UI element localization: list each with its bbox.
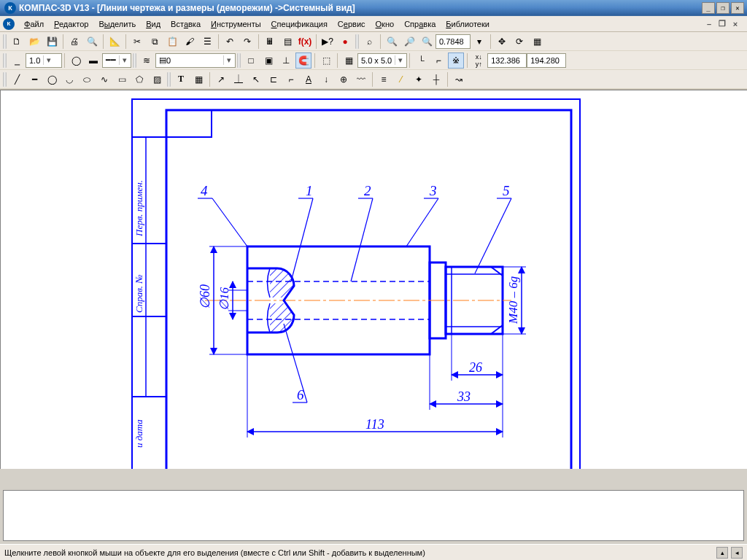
round-icon[interactable]: ※ [448, 52, 464, 69]
menu-libs[interactable]: Библиотеки [441, 18, 495, 31]
osnap-perp-icon[interactable]: ⊥ [278, 52, 294, 69]
break-icon[interactable]: ∕ [393, 71, 409, 88]
osnap-mid-icon[interactable]: ▣ [260, 52, 276, 69]
dropdown-icon[interactable]: ▾ [471, 34, 487, 50]
layer-combo[interactable]: ▤ 0▾ [155, 53, 236, 68]
osnap-end-icon[interactable]: □ [243, 52, 259, 69]
help-arrow-icon[interactable]: ▶? [320, 34, 336, 50]
coord-y-readout[interactable]: 194.280 [527, 53, 566, 68]
undo-icon[interactable]: ↶ [222, 34, 238, 50]
center2-icon[interactable]: ✦ [411, 71, 427, 88]
redo-icon[interactable]: ↷ [239, 34, 255, 50]
drawing-canvas[interactable]: Перв. примен. Справ. № и дата ∅60 ∅16 M4… [0, 90, 747, 469]
menu-view[interactable]: Вид [141, 18, 166, 31]
menu-help[interactable]: Справка [399, 18, 441, 31]
menu-insert[interactable]: Вставка [166, 18, 206, 31]
line-icon[interactable]: ━ [26, 71, 42, 88]
wave-icon[interactable]: 〰 [353, 71, 369, 88]
tree-icon[interactable]: ▤ [279, 34, 295, 50]
text-icon[interactable]: T [173, 71, 189, 88]
calc-icon[interactable]: 🖩 [262, 34, 278, 50]
save-icon[interactable]: 💾 [44, 34, 60, 50]
cut-icon[interactable]: ✂ [129, 34, 145, 50]
minimize-button[interactable]: _ [702, 2, 715, 14]
scroll-end-button[interactable]: ◂ [731, 547, 743, 559]
zoom-out-icon[interactable]: 🔍 [419, 34, 435, 50]
menu-spec[interactable]: Спецификация [266, 18, 333, 31]
toolbar-grip[interactable] [355, 34, 359, 49]
osnap-magnet-icon[interactable]: 🧲 [295, 52, 311, 69]
centerline-icon[interactable]: ┼ [428, 71, 444, 88]
ortho2-icon[interactable]: ⌐ [430, 52, 446, 69]
grid-icon[interactable]: ▦ [341, 52, 357, 69]
zoom-in-icon[interactable]: 🔎 [401, 34, 417, 50]
mdi-close-button[interactable]: × [729, 19, 741, 29]
leader-icon[interactable]: ↗ [213, 71, 229, 88]
circle-icon[interactable]: ◯ [44, 71, 60, 88]
linewidth-icon[interactable]: ⎯ [9, 52, 25, 69]
redraw-icon[interactable]: ▦ [529, 34, 545, 50]
side-label-2: Справ. № [133, 274, 144, 313]
mdi-minimize-button[interactable]: – [703, 19, 715, 29]
tolerance-icon[interactable]: A [301, 71, 317, 88]
coord-x-readout[interactable]: 132.386 [487, 53, 527, 68]
datum-icon[interactable]: ⏊ [231, 71, 247, 88]
close-button[interactable]: ✕ [731, 2, 744, 14]
spline-icon[interactable]: ∿ [96, 71, 112, 88]
xy-icon[interactable]: x↓y↑ [471, 52, 487, 69]
layer-color-icon[interactable]: ◯ [68, 52, 84, 69]
table-icon[interactable]: ▦ [190, 71, 206, 88]
open-icon[interactable]: 📂 [26, 34, 42, 50]
layers-icon[interactable]: ≋ [139, 52, 155, 69]
new-icon[interactable]: 🗋 [9, 34, 25, 50]
var-icon[interactable]: f(x) [297, 34, 313, 50]
datum2-icon[interactable]: ↓ [318, 71, 334, 88]
polygon-icon[interactable]: ⬠ [131, 71, 147, 88]
arc-icon[interactable]: ◡ [61, 71, 77, 88]
mdi-restore-button[interactable]: ❐ [716, 19, 728, 29]
toolbar-grip[interactable] [3, 72, 7, 87]
align-icon[interactable]: ≡ [376, 71, 392, 88]
ucs-icon[interactable]: └ [413, 52, 429, 69]
restore-button[interactable]: ❐ [716, 2, 729, 14]
stop-icon[interactable]: ● [337, 34, 353, 50]
paste-icon[interactable]: 📋 [164, 34, 180, 50]
menu-window[interactable]: Окно [371, 18, 400, 31]
toolbar-grip[interactable] [3, 34, 7, 49]
regen-icon[interactable]: ⟳ [511, 34, 527, 50]
brush-icon[interactable]: 🖌 [182, 34, 198, 50]
zoom-readout[interactable]: 0.7848 [436, 34, 471, 49]
toolbar-grip[interactable] [167, 72, 171, 87]
ortho-icon[interactable]: ⬚ [318, 52, 334, 69]
print-icon[interactable]: 🖨 [66, 34, 82, 50]
lineweight-combo[interactable]: 1.0▾ [26, 53, 62, 68]
grid-combo[interactable]: 5.0 x 5.0▾ [357, 53, 407, 68]
toolbar-grip[interactable] [3, 53, 7, 68]
zoom-window-icon[interactable]: 🔍 [384, 34, 400, 50]
surface-icon[interactable]: ⊏ [266, 71, 282, 88]
toolbar-grip[interactable] [237, 53, 241, 68]
menu-tools[interactable]: Инструменты [206, 18, 266, 31]
menu-service[interactable]: Сервис [333, 18, 371, 31]
center-icon[interactable]: ⊕ [336, 71, 352, 88]
welding-icon[interactable]: ↖ [248, 71, 264, 88]
linetype-icon[interactable]: ▬ [85, 52, 101, 69]
edge-icon[interactable]: ⌐ [283, 71, 299, 88]
toolbar-grip[interactable] [133, 53, 136, 68]
hatch-icon[interactable]: ▨ [149, 71, 165, 88]
menu-editor[interactable]: Редактор [49, 18, 93, 31]
props-icon[interactable]: ☰ [199, 34, 215, 50]
menu-file[interactable]: Файл [19, 18, 49, 31]
arrow-icon[interactable]: ↝ [451, 71, 467, 88]
zoom-fit-icon[interactable]: ⌕ [361, 34, 377, 50]
preview-icon[interactable]: 🔍 [84, 34, 100, 50]
rect-icon[interactable]: ▭ [114, 71, 130, 88]
ellipse-icon[interactable]: ⬭ [79, 71, 95, 88]
linetype-combo[interactable]: ━━▾ [102, 53, 131, 68]
measure-icon[interactable]: 📐 [107, 34, 123, 50]
menu-select[interactable]: Выделить [93, 18, 141, 31]
aux-line-icon[interactable]: ╱ [9, 71, 25, 88]
scroll-up-button[interactable]: ▴ [716, 547, 728, 559]
copy-icon[interactable]: ⧉ [147, 34, 163, 50]
pan-icon[interactable]: ✥ [494, 34, 510, 50]
